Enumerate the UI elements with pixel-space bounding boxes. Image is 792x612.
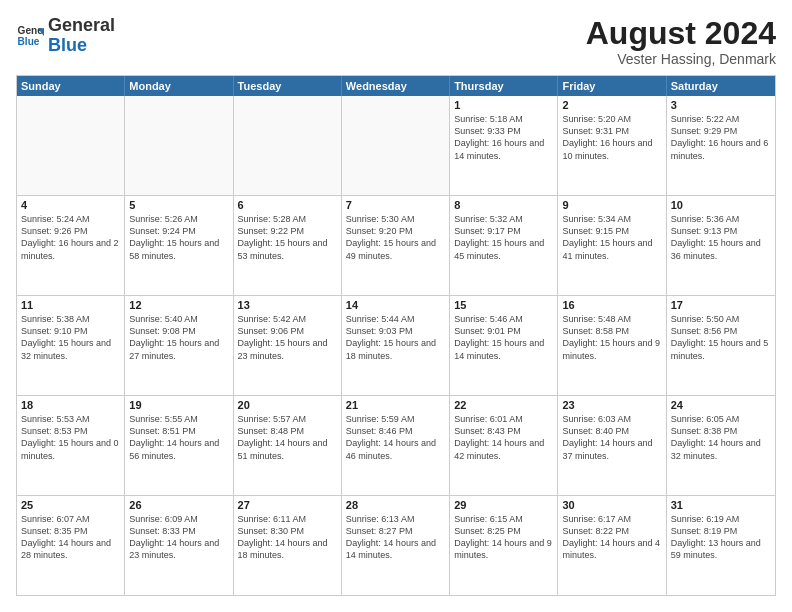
subtitle: Vester Hassing, Denmark <box>586 51 776 67</box>
day-number: 14 <box>346 299 445 311</box>
day-info: Sunrise: 5:59 AMSunset: 8:46 PMDaylight:… <box>346 413 445 462</box>
day-info: Sunrise: 6:03 AMSunset: 8:40 PMDaylight:… <box>562 413 661 462</box>
day-number: 23 <box>562 399 661 411</box>
day-number: 10 <box>671 199 771 211</box>
calendar-cell-3-4: 22 Sunrise: 6:01 AMSunset: 8:43 PMDaylig… <box>450 396 558 495</box>
calendar-cell-3-2: 20 Sunrise: 5:57 AMSunset: 8:48 PMDaylig… <box>234 396 342 495</box>
logo-text: General Blue <box>48 16 115 56</box>
day-number: 15 <box>454 299 553 311</box>
calendar-cell-2-1: 12 Sunrise: 5:40 AMSunset: 9:08 PMDaylig… <box>125 296 233 395</box>
day-number: 20 <box>238 399 337 411</box>
day-info: Sunrise: 5:28 AMSunset: 9:22 PMDaylight:… <box>238 213 337 262</box>
calendar-cell-2-5: 16 Sunrise: 5:48 AMSunset: 8:58 PMDaylig… <box>558 296 666 395</box>
calendar-row-1: 4 Sunrise: 5:24 AMSunset: 9:26 PMDayligh… <box>17 195 775 295</box>
day-number: 22 <box>454 399 553 411</box>
header-sunday: Sunday <box>17 76 125 96</box>
day-info: Sunrise: 6:19 AMSunset: 8:19 PMDaylight:… <box>671 513 771 562</box>
logo-icon: General Blue <box>16 22 44 50</box>
calendar-cell-0-6: 3 Sunrise: 5:22 AMSunset: 9:29 PMDayligh… <box>667 96 775 195</box>
day-number: 3 <box>671 99 771 111</box>
month-title: August 2024 <box>586 16 776 51</box>
day-number: 17 <box>671 299 771 311</box>
day-info: Sunrise: 6:01 AMSunset: 8:43 PMDaylight:… <box>454 413 553 462</box>
day-info: Sunrise: 5:26 AMSunset: 9:24 PMDaylight:… <box>129 213 228 262</box>
day-number: 27 <box>238 499 337 511</box>
calendar-cell-0-4: 1 Sunrise: 5:18 AMSunset: 9:33 PMDayligh… <box>450 96 558 195</box>
calendar-cell-3-1: 19 Sunrise: 5:55 AMSunset: 8:51 PMDaylig… <box>125 396 233 495</box>
calendar-header: Sunday Monday Tuesday Wednesday Thursday… <box>17 76 775 96</box>
day-number: 8 <box>454 199 553 211</box>
calendar-cell-1-4: 8 Sunrise: 5:32 AMSunset: 9:17 PMDayligh… <box>450 196 558 295</box>
day-info: Sunrise: 5:36 AMSunset: 9:13 PMDaylight:… <box>671 213 771 262</box>
header: General Blue General Blue August 2024 Ve… <box>16 16 776 67</box>
day-number: 9 <box>562 199 661 211</box>
calendar-cell-1-1: 5 Sunrise: 5:26 AMSunset: 9:24 PMDayligh… <box>125 196 233 295</box>
logo: General Blue General Blue <box>16 16 115 56</box>
calendar-cell-3-5: 23 Sunrise: 6:03 AMSunset: 8:40 PMDaylig… <box>558 396 666 495</box>
calendar-cell-3-3: 21 Sunrise: 5:59 AMSunset: 8:46 PMDaylig… <box>342 396 450 495</box>
day-info: Sunrise: 5:34 AMSunset: 9:15 PMDaylight:… <box>562 213 661 262</box>
day-info: Sunrise: 5:24 AMSunset: 9:26 PMDaylight:… <box>21 213 120 262</box>
day-number: 13 <box>238 299 337 311</box>
day-info: Sunrise: 5:22 AMSunset: 9:29 PMDaylight:… <box>671 113 771 162</box>
calendar-cell-1-3: 7 Sunrise: 5:30 AMSunset: 9:20 PMDayligh… <box>342 196 450 295</box>
day-info: Sunrise: 5:48 AMSunset: 8:58 PMDaylight:… <box>562 313 661 362</box>
day-info: Sunrise: 5:57 AMSunset: 8:48 PMDaylight:… <box>238 413 337 462</box>
day-number: 7 <box>346 199 445 211</box>
day-info: Sunrise: 5:30 AMSunset: 9:20 PMDaylight:… <box>346 213 445 262</box>
calendar: Sunday Monday Tuesday Wednesday Thursday… <box>16 75 776 596</box>
day-number: 5 <box>129 199 228 211</box>
header-monday: Monday <box>125 76 233 96</box>
calendar-cell-3-0: 18 Sunrise: 5:53 AMSunset: 8:53 PMDaylig… <box>17 396 125 495</box>
day-info: Sunrise: 6:09 AMSunset: 8:33 PMDaylight:… <box>129 513 228 562</box>
day-number: 31 <box>671 499 771 511</box>
day-info: Sunrise: 5:50 AMSunset: 8:56 PMDaylight:… <box>671 313 771 362</box>
day-info: Sunrise: 5:44 AMSunset: 9:03 PMDaylight:… <box>346 313 445 362</box>
day-info: Sunrise: 5:40 AMSunset: 9:08 PMDaylight:… <box>129 313 228 362</box>
calendar-row-2: 11 Sunrise: 5:38 AMSunset: 9:10 PMDaylig… <box>17 295 775 395</box>
calendar-cell-0-3 <box>342 96 450 195</box>
calendar-cell-2-3: 14 Sunrise: 5:44 AMSunset: 9:03 PMDaylig… <box>342 296 450 395</box>
day-number: 26 <box>129 499 228 511</box>
day-number: 30 <box>562 499 661 511</box>
day-number: 25 <box>21 499 120 511</box>
calendar-row-3: 18 Sunrise: 5:53 AMSunset: 8:53 PMDaylig… <box>17 395 775 495</box>
day-number: 24 <box>671 399 771 411</box>
calendar-row-0: 1 Sunrise: 5:18 AMSunset: 9:33 PMDayligh… <box>17 96 775 195</box>
day-info: Sunrise: 6:05 AMSunset: 8:38 PMDaylight:… <box>671 413 771 462</box>
calendar-cell-4-1: 26 Sunrise: 6:09 AMSunset: 8:33 PMDaylig… <box>125 496 233 595</box>
day-info: Sunrise: 6:07 AMSunset: 8:35 PMDaylight:… <box>21 513 120 562</box>
calendar-cell-1-0: 4 Sunrise: 5:24 AMSunset: 9:26 PMDayligh… <box>17 196 125 295</box>
day-number: 2 <box>562 99 661 111</box>
calendar-row-4: 25 Sunrise: 6:07 AMSunset: 8:35 PMDaylig… <box>17 495 775 595</box>
calendar-cell-1-6: 10 Sunrise: 5:36 AMSunset: 9:13 PMDaylig… <box>667 196 775 295</box>
day-info: Sunrise: 5:32 AMSunset: 9:17 PMDaylight:… <box>454 213 553 262</box>
calendar-cell-4-6: 31 Sunrise: 6:19 AMSunset: 8:19 PMDaylig… <box>667 496 775 595</box>
day-number: 4 <box>21 199 120 211</box>
day-number: 18 <box>21 399 120 411</box>
calendar-cell-2-2: 13 Sunrise: 5:42 AMSunset: 9:06 PMDaylig… <box>234 296 342 395</box>
header-saturday: Saturday <box>667 76 775 96</box>
header-wednesday: Wednesday <box>342 76 450 96</box>
calendar-cell-3-6: 24 Sunrise: 6:05 AMSunset: 8:38 PMDaylig… <box>667 396 775 495</box>
calendar-cell-2-0: 11 Sunrise: 5:38 AMSunset: 9:10 PMDaylig… <box>17 296 125 395</box>
calendar-cell-4-5: 30 Sunrise: 6:17 AMSunset: 8:22 PMDaylig… <box>558 496 666 595</box>
calendar-cell-0-0 <box>17 96 125 195</box>
day-info: Sunrise: 5:46 AMSunset: 9:01 PMDaylight:… <box>454 313 553 362</box>
calendar-cell-0-5: 2 Sunrise: 5:20 AMSunset: 9:31 PMDayligh… <box>558 96 666 195</box>
day-info: Sunrise: 6:13 AMSunset: 8:27 PMDaylight:… <box>346 513 445 562</box>
svg-text:Blue: Blue <box>18 35 40 46</box>
calendar-cell-4-2: 27 Sunrise: 6:11 AMSunset: 8:30 PMDaylig… <box>234 496 342 595</box>
day-number: 12 <box>129 299 228 311</box>
calendar-cell-4-3: 28 Sunrise: 6:13 AMSunset: 8:27 PMDaylig… <box>342 496 450 595</box>
day-number: 16 <box>562 299 661 311</box>
day-info: Sunrise: 5:20 AMSunset: 9:31 PMDaylight:… <box>562 113 661 162</box>
day-info: Sunrise: 6:11 AMSunset: 8:30 PMDaylight:… <box>238 513 337 562</box>
calendar-cell-1-5: 9 Sunrise: 5:34 AMSunset: 9:15 PMDayligh… <box>558 196 666 295</box>
calendar-cell-0-1 <box>125 96 233 195</box>
day-info: Sunrise: 5:18 AMSunset: 9:33 PMDaylight:… <box>454 113 553 162</box>
title-block: August 2024 Vester Hassing, Denmark <box>586 16 776 67</box>
day-number: 29 <box>454 499 553 511</box>
calendar-body: 1 Sunrise: 5:18 AMSunset: 9:33 PMDayligh… <box>17 96 775 595</box>
calendar-cell-1-2: 6 Sunrise: 5:28 AMSunset: 9:22 PMDayligh… <box>234 196 342 295</box>
